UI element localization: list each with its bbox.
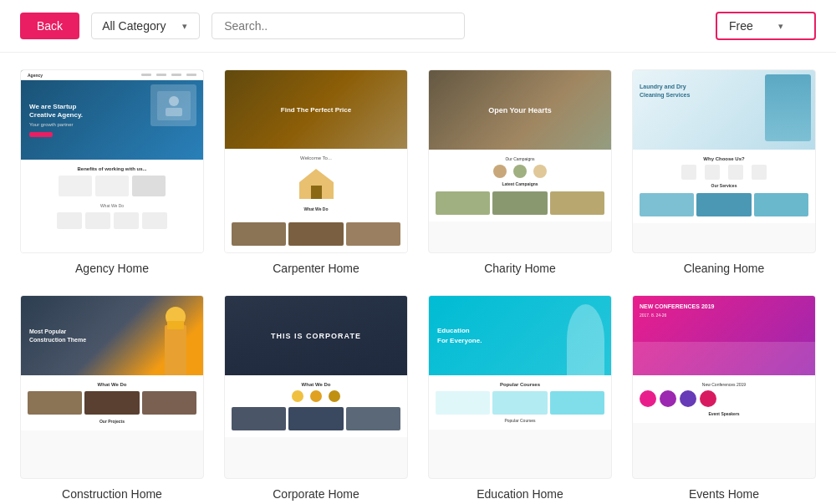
template-label-events: Events Home bbox=[632, 487, 816, 501]
template-preview-cleaning: Laundry and DryCleaning Services Why Cho… bbox=[632, 69, 816, 253]
template-preview-construction: Most PopularConstruction Theme What We D… bbox=[20, 295, 204, 479]
category-dropdown[interactable]: All Category ▾ bbox=[91, 13, 200, 39]
template-preview-events: NEW CONFERENCES 2019 2017. 8. 24-26 New … bbox=[632, 295, 816, 479]
template-card-education[interactable]: EducationFor Everyone. Popular Courses P… bbox=[428, 295, 612, 501]
template-label-cleaning: Cleaning Home bbox=[632, 262, 816, 275]
template-preview-education: EducationFor Everyone. Popular Courses P… bbox=[428, 295, 612, 479]
template-card-construction[interactable]: Most PopularConstruction Theme What We D… bbox=[20, 295, 204, 501]
back-button[interactable]: Back bbox=[20, 13, 79, 39]
template-label-construction: Construction Home bbox=[20, 487, 204, 501]
free-label: Free bbox=[729, 19, 753, 33]
template-card-agency[interactable]: Agency We are StartupCreative Agency. Yo… bbox=[20, 69, 204, 275]
template-label-education: Education Home bbox=[428, 487, 612, 501]
template-label-charity: Charity Home bbox=[428, 262, 612, 275]
svg-point-1 bbox=[169, 96, 179, 106]
svg-rect-2 bbox=[166, 108, 182, 116]
template-card-events[interactable]: NEW CONFERENCES 2019 2017. 8. 24-26 New … bbox=[632, 295, 816, 501]
template-card-cleaning[interactable]: Laundry and DryCleaning Services Why Cho… bbox=[632, 69, 816, 275]
template-label-corporate: Corporate Home bbox=[224, 487, 408, 501]
search-input[interactable] bbox=[224, 19, 451, 33]
template-preview-agency: Agency We are StartupCreative Agency. Yo… bbox=[20, 69, 204, 253]
template-preview-corporate: THIS IS CORPORATE What We Do bbox=[224, 295, 408, 479]
category-label: All Category bbox=[102, 19, 166, 33]
template-label-agency: Agency Home bbox=[20, 262, 204, 275]
svg-rect-6 bbox=[165, 325, 186, 375]
chevron-down-icon: ▾ bbox=[182, 21, 187, 32]
svg-rect-7 bbox=[167, 321, 184, 329]
template-label-carpenter: Carpenter Home bbox=[224, 262, 408, 275]
header: Back All Category ▾ Free ▾ bbox=[0, 0, 836, 53]
template-card-corporate[interactable]: THIS IS CORPORATE What We Do bbox=[224, 295, 408, 501]
search-bar[interactable] bbox=[212, 13, 464, 39]
template-card-charity[interactable]: Open Your Hearts Our Campaigns Latest Ca… bbox=[428, 69, 612, 275]
template-preview-carpenter: Find The Perfect Price Welcome To... Wha… bbox=[224, 69, 408, 253]
free-dropdown[interactable]: Free ▾ bbox=[716, 12, 816, 40]
template-card-carpenter[interactable]: Find The Perfect Price Welcome To... Wha… bbox=[224, 69, 408, 275]
chevron-down-icon-free: ▾ bbox=[778, 21, 783, 32]
template-preview-charity: Open Your Hearts Our Campaigns Latest Ca… bbox=[428, 69, 612, 253]
template-grid: Agency We are StartupCreative Agency. Yo… bbox=[0, 53, 836, 504]
svg-rect-4 bbox=[311, 186, 322, 199]
